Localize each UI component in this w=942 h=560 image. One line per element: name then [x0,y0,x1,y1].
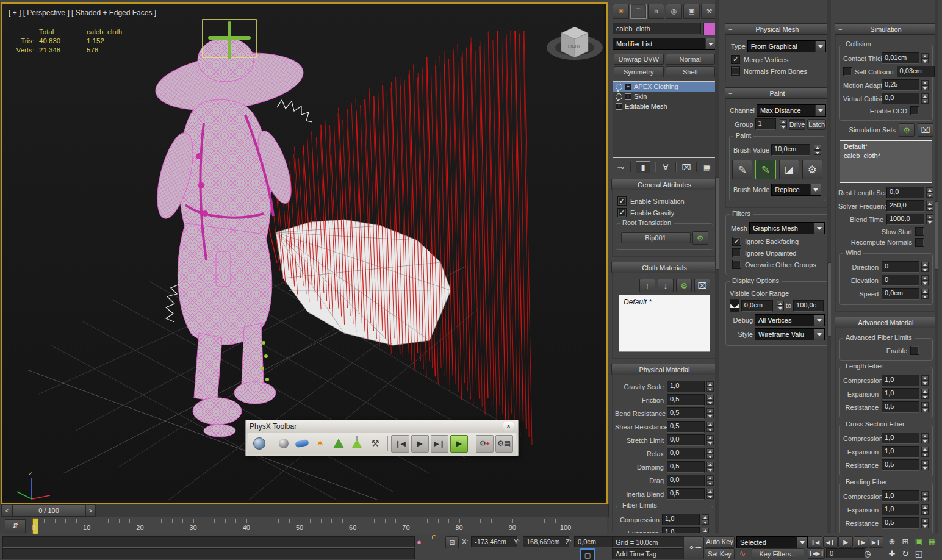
physical-mesh-header[interactable]: −Physical Mesh [725,23,830,35]
physical-material-header[interactable]: −Physical Material [611,364,717,375]
modifier-stack[interactable]: +APEX Clothing+Skin+Editable Mesh [613,81,716,158]
spinner[interactable] [706,408,714,418]
spinner[interactable] [814,145,821,155]
param-field[interactable]: 1,0 [882,433,919,444]
spinner[interactable] [921,53,929,63]
previous-frame-button[interactable]: < [2,504,12,517]
spinner[interactable] [926,201,933,211]
gradient-ramp-icon[interactable]: ◣◢ [730,299,739,312]
param-field[interactable]: 1000,0 [886,214,924,225]
spinner[interactable] [702,514,709,525]
add-time-tag[interactable]: Add Time Tag [612,548,688,559]
style-dropdown[interactable]: Wireframe Valu [755,328,825,340]
param-field[interactable]: 0 [882,275,919,286]
y-coordinate-field[interactable]: 168,669cm [523,536,569,547]
chevron-down-icon[interactable] [810,184,821,195]
pick-bone-icon[interactable]: ⚙ [692,231,708,245]
latch-button[interactable]: Latch [807,119,826,130]
root-bone-button[interactable]: Bip001 [621,232,691,243]
cloth-materials-header[interactable]: −Cloth Materials [611,262,717,273]
mesh-filter-dropdown[interactable]: Graphics Mesh [749,222,825,234]
show-end-result-icon[interactable]: ▮ [636,161,650,173]
scene-explorer-icon[interactable]: ▢ [580,548,595,560]
modifier-button-normal[interactable]: Normal [666,54,716,65]
spinner[interactable] [921,289,929,299]
sim-play-icon[interactable]: ▶ [411,435,429,453]
sim-preview-icon[interactable]: ▶ [450,435,468,453]
modifier-button-shell[interactable]: Shell [666,66,716,77]
paint-header[interactable]: −Paint [725,87,830,99]
physx-lab-icon[interactable] [348,436,365,452]
tab-modify[interactable]: ⌒ [630,4,647,19]
capsule-collider-icon[interactable] [293,436,310,452]
time-configuration-icon[interactable]: ◷ [861,548,874,558]
spinner[interactable] [921,375,929,386]
spinner[interactable] [921,460,929,470]
param-field[interactable]: 0 [882,261,919,273]
spinner[interactable] [706,422,714,432]
spinner[interactable] [777,301,784,311]
add-to-sim-icon[interactable]: ⚙+ [476,435,494,453]
spinner[interactable] [706,395,714,405]
spinner[interactable] [921,262,929,272]
track-bar[interactable]: ⇵ 0102030405060708090100 [0,517,609,535]
chevron-down-icon[interactable] [797,537,807,548]
spinner[interactable] [706,381,714,392]
debug-dropdown[interactable]: All Vertices [755,314,825,326]
checkbox[interactable] [731,66,740,76]
tab-create[interactable]: ✳ [613,4,629,19]
next-frame-icon[interactable]: ❙▶ [854,536,868,548]
brush-value-field[interactable]: 10,0cm [771,144,810,156]
checkbox[interactable] [732,248,741,257]
close-icon[interactable]: x [503,422,514,431]
sim-list-icon[interactable]: ⚙▤ [495,435,513,453]
cloth-material-item[interactable]: Default * [624,298,705,306]
move-up-icon[interactable]: ↑ [639,279,655,292]
param-field[interactable]: 0,25 [882,79,919,91]
tab-display[interactable]: ▣ [683,4,700,19]
expand-icon[interactable]: + [625,93,631,100]
isolate-pin-icon[interactable]: ● [414,537,425,547]
param-field[interactable]: 250,0 [886,200,924,212]
param-field[interactable]: 1,0 [882,446,919,458]
sim-step-icon[interactable]: ▶❙ [431,435,448,453]
x-coordinate-field[interactable]: -173,46cm [471,536,517,547]
configure-modifier-sets-icon[interactable]: ▦ [702,162,713,173]
current-frame-field[interactable]: 0 [826,548,865,558]
scrollbar[interactable] [935,0,938,533]
chevron-down-icon[interactable] [815,41,825,52]
range-high-field[interactable]: 100,0c [793,300,824,312]
checkbox[interactable] [843,67,852,76]
zoom-extents-icon[interactable]: ▣ [913,536,925,547]
tab-motion[interactable]: ◎ [666,4,682,19]
param-field[interactable]: 1,0 [667,381,705,392]
zoom-extents-all-icon[interactable]: ▦ [926,536,938,547]
param-field[interactable]: 0,0 [667,448,705,459]
object-name-field[interactable]: caleb_cloth [613,23,701,34]
cloth-icon[interactable] [330,436,347,452]
delete-set-icon[interactable]: ⌧ [918,123,933,137]
param-field[interactable]: 0,5 [667,461,705,473]
param-field[interactable]: 0,01cm [882,52,919,64]
spinner[interactable] [921,80,929,90]
chevron-down-icon[interactable] [814,329,824,340]
param-field[interactable]: 1,0 [882,490,919,502]
physx-options-icon[interactable] [251,436,267,452]
spinner[interactable] [706,462,714,472]
ragdoll-icon[interactable]: ✶ [312,436,328,452]
spinner[interactable] [706,448,714,459]
edit-set-icon[interactable]: ⚙ [899,123,915,137]
spinner[interactable] [921,93,929,104]
spinner[interactable] [702,528,709,533]
checkbox[interactable] [732,260,741,269]
mesh-type-dropdown[interactable]: From Graphical [747,40,826,52]
param-field[interactable]: 0,5 [882,517,919,529]
param-field[interactable]: 0,5 [667,488,705,500]
param-field[interactable]: 0,0 [886,187,924,198]
modifier-stack-item[interactable]: +Skin [613,92,716,101]
mini-curve-editor-button[interactable]: ⇵ [5,519,26,533]
spinner[interactable] [921,504,929,515]
general-attributes-header[interactable]: −General Attributes [611,179,717,190]
spinner[interactable] [706,475,714,486]
brush-icon[interactable]: ✎ [732,160,752,179]
